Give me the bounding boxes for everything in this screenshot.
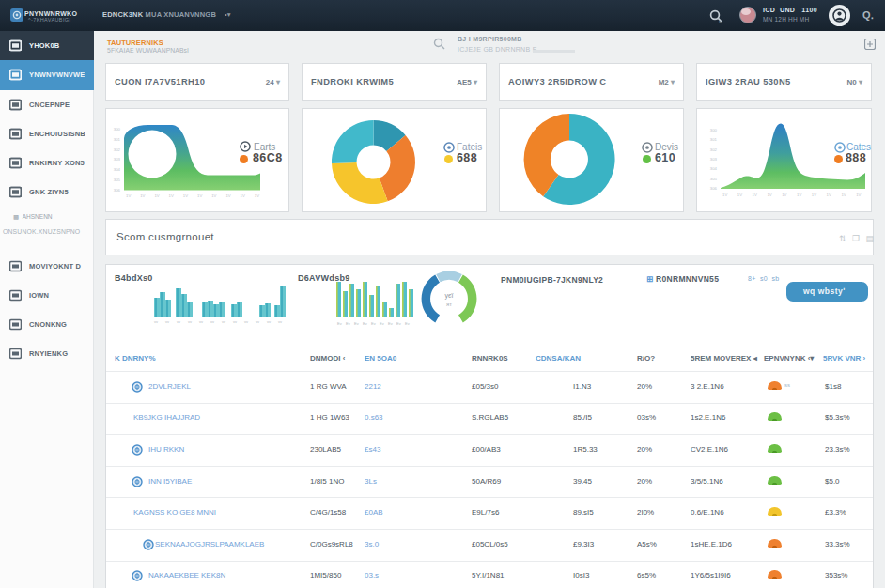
svg-text:vv: vv	[154, 319, 158, 324]
svg-text:306: 306	[114, 188, 121, 193]
svg-text:vv: vv	[165, 319, 169, 324]
svg-text:ят: ят	[446, 302, 452, 307]
svg-text:1V: 1V	[722, 193, 727, 197]
svg-text:303: 303	[710, 157, 718, 162]
svg-text:301: 301	[710, 137, 718, 142]
svg-text:vv: vv	[222, 319, 225, 324]
svg-text:306: 306	[710, 186, 718, 191]
svg-text:vv: vv	[267, 319, 271, 324]
svg-text:1V: 1V	[827, 193, 831, 197]
svg-text:1V: 1V	[812, 193, 816, 197]
svg-text:vv: vv	[244, 319, 248, 324]
svg-text:Ev: Ev	[371, 321, 376, 326]
svg-text:1V: 1V	[753, 193, 757, 197]
svg-text:1V: 1V	[841, 193, 846, 197]
svg-text:vv: vv	[233, 319, 237, 324]
svg-text:vv: vv	[278, 319, 282, 324]
svg-text:305: 305	[114, 178, 121, 182]
svg-text:300: 300	[114, 127, 121, 132]
svg-text:305: 305	[710, 177, 718, 181]
svg-text:Ev: Ev	[346, 321, 350, 326]
svg-text:302: 302	[114, 147, 121, 152]
svg-text:vv: vv	[199, 319, 203, 324]
svg-text:vv: vv	[188, 319, 192, 324]
svg-text:1V: 1V	[767, 193, 771, 197]
svg-text:Ev: Ev	[388, 321, 393, 326]
svg-text:Ev: Ev	[380, 321, 384, 326]
svg-text:1V: 1V	[169, 193, 174, 198]
svg-text:1V: 1V	[797, 193, 801, 197]
svg-text:Ev: Ev	[337, 321, 342, 326]
svg-text:300: 300	[710, 128, 718, 132]
svg-text:1V: 1V	[211, 193, 216, 198]
svg-text:303: 303	[114, 157, 121, 162]
svg-text:1V: 1V	[197, 193, 202, 198]
svg-text:302: 302	[710, 147, 718, 152]
svg-text:304: 304	[710, 166, 718, 171]
svg-text:301: 301	[114, 137, 121, 142]
svg-text:Ev: Ev	[405, 321, 410, 326]
svg-text:1V: 1V	[782, 193, 786, 197]
svg-text:1V: 1V	[255, 193, 259, 198]
svg-text:1V: 1V	[241, 193, 245, 198]
svg-text:vv: vv	[256, 319, 259, 324]
svg-text:1V: 1V	[738, 193, 742, 197]
svg-text:1V: 1V	[225, 193, 230, 198]
svg-text:vv: vv	[177, 319, 180, 324]
svg-text:1V: 1V	[140, 193, 145, 198]
svg-text:1V: 1V	[154, 193, 159, 198]
svg-text:1V: 1V	[856, 193, 861, 197]
svg-text:304: 304	[114, 167, 121, 172]
svg-text:Ev: Ev	[396, 321, 401, 326]
svg-text:vv: vv	[210, 319, 214, 324]
svg-text:уєї: уєї	[444, 292, 453, 300]
svg-text:1V: 1V	[126, 193, 131, 198]
svg-text:Ev: Ev	[354, 321, 359, 326]
svg-text:1V: 1V	[183, 193, 188, 198]
svg-text:Ev: Ev	[363, 321, 367, 326]
